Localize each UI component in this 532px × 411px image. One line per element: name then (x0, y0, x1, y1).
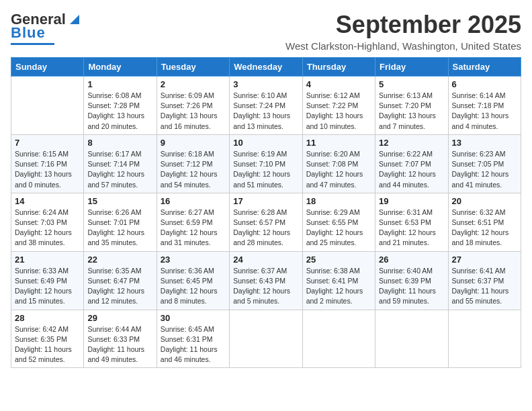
calendar-cell: 1Sunrise: 6:08 AMSunset: 7:28 PMDaylight… (84, 77, 157, 135)
calendar-cell (375, 310, 448, 368)
day-number: 10 (233, 138, 298, 148)
calendar-week-row: 14Sunrise: 6:24 AMSunset: 7:03 PMDayligh… (11, 193, 521, 251)
calendar-cell: 29Sunrise: 6:44 AMSunset: 6:33 PMDayligh… (84, 310, 157, 368)
calendar-cell: 8Sunrise: 6:17 AMSunset: 7:14 PMDaylight… (84, 134, 157, 193)
day-number: 6 (452, 79, 517, 89)
day-info: Sunrise: 6:31 AMSunset: 6:53 PMDaylight:… (379, 208, 444, 248)
calendar-week-row: 21Sunrise: 6:33 AMSunset: 6:49 PMDayligh… (11, 251, 521, 310)
day-info: Sunrise: 6:17 AMSunset: 7:14 PMDaylight:… (87, 149, 152, 190)
logo-underline (11, 43, 54, 45)
day-number: 20 (452, 196, 517, 206)
day-info: Sunrise: 6:10 AMSunset: 7:24 PMDaylight:… (233, 91, 298, 132)
calendar-week-row: 28Sunrise: 6:42 AMSunset: 6:35 PMDayligh… (11, 310, 521, 368)
day-number: 13 (452, 138, 517, 148)
day-number: 11 (306, 138, 371, 148)
day-info: Sunrise: 6:32 AMSunset: 6:51 PMDaylight:… (452, 208, 517, 248)
calendar-cell: 14Sunrise: 6:24 AMSunset: 7:03 PMDayligh… (11, 193, 84, 251)
day-info: Sunrise: 6:36 AMSunset: 6:45 PMDaylight:… (161, 266, 226, 307)
calendar-cell (11, 77, 84, 135)
weekday-header-monday: Monday (84, 58, 157, 77)
day-number: 24 (233, 255, 298, 265)
day-number: 27 (452, 255, 517, 265)
weekday-header-wednesday: Wednesday (230, 58, 302, 77)
day-info: Sunrise: 6:14 AMSunset: 7:18 PMDaylight:… (452, 91, 517, 132)
month-title: September 2025 (285, 11, 521, 39)
calendar-cell: 28Sunrise: 6:42 AMSunset: 6:35 PMDayligh… (11, 310, 84, 368)
day-info: Sunrise: 6:44 AMSunset: 6:33 PMDaylight:… (87, 324, 152, 365)
calendar-cell: 24Sunrise: 6:37 AMSunset: 6:43 PMDayligh… (230, 251, 302, 310)
calendar-cell: 21Sunrise: 6:33 AMSunset: 6:49 PMDayligh… (11, 251, 84, 310)
day-number: 22 (87, 255, 152, 265)
day-number: 16 (161, 196, 226, 206)
day-number: 19 (379, 196, 444, 206)
day-number: 2 (161, 79, 226, 89)
day-number: 12 (379, 138, 444, 148)
day-info: Sunrise: 6:23 AMSunset: 7:05 PMDaylight:… (452, 149, 517, 190)
calendar-cell: 22Sunrise: 6:35 AMSunset: 6:47 PMDayligh… (84, 251, 157, 310)
calendar-cell: 17Sunrise: 6:28 AMSunset: 6:57 PMDayligh… (230, 193, 302, 251)
calendar-cell: 12Sunrise: 6:22 AMSunset: 7:07 PMDayligh… (375, 134, 448, 193)
calendar-cell (302, 310, 375, 368)
day-info: Sunrise: 6:28 AMSunset: 6:57 PMDaylight:… (233, 208, 298, 248)
day-info: Sunrise: 6:24 AMSunset: 7:03 PMDaylight:… (15, 208, 80, 248)
day-info: Sunrise: 6:37 AMSunset: 6:43 PMDaylight:… (233, 266, 298, 307)
day-info: Sunrise: 6:22 AMSunset: 7:07 PMDaylight:… (379, 149, 444, 190)
weekday-header-saturday: Saturday (448, 58, 521, 77)
calendar-cell: 23Sunrise: 6:36 AMSunset: 6:45 PMDayligh… (157, 251, 229, 310)
day-number: 26 (379, 255, 444, 265)
day-number: 28 (15, 313, 80, 323)
calendar-cell: 10Sunrise: 6:19 AMSunset: 7:10 PMDayligh… (230, 134, 302, 193)
day-info: Sunrise: 6:19 AMSunset: 7:10 PMDaylight:… (233, 149, 298, 190)
day-number: 17 (233, 196, 298, 206)
weekday-header-friday: Friday (375, 58, 448, 77)
page-header: General Blue September 2025 West Clarkst… (11, 11, 521, 52)
calendar-cell: 16Sunrise: 6:27 AMSunset: 6:59 PMDayligh… (157, 193, 229, 251)
weekday-header-thursday: Thursday (302, 58, 375, 77)
day-info: Sunrise: 6:33 AMSunset: 6:49 PMDaylight:… (15, 266, 80, 307)
calendar-cell: 11Sunrise: 6:20 AMSunset: 7:08 PMDayligh… (302, 134, 375, 193)
day-number: 29 (87, 313, 152, 323)
calendar-cell: 13Sunrise: 6:23 AMSunset: 7:05 PMDayligh… (448, 134, 521, 193)
day-info: Sunrise: 6:26 AMSunset: 7:01 PMDaylight:… (87, 208, 152, 248)
day-number: 30 (161, 313, 226, 323)
day-number: 23 (161, 255, 226, 265)
calendar-cell (448, 310, 521, 368)
day-info: Sunrise: 6:42 AMSunset: 6:35 PMDaylight:… (15, 324, 80, 365)
title-block: September 2025 West Clarkston-Highland, … (285, 11, 521, 52)
day-number: 9 (161, 138, 226, 148)
day-info: Sunrise: 6:40 AMSunset: 6:39 PMDaylight:… (379, 266, 444, 307)
day-number: 1 (87, 79, 152, 89)
day-number: 18 (306, 196, 371, 206)
day-info: Sunrise: 6:45 AMSunset: 6:31 PMDaylight:… (161, 324, 226, 365)
calendar-table: SundayMondayTuesdayWednesdayThursdayFrid… (11, 57, 521, 368)
calendar-cell: 20Sunrise: 6:32 AMSunset: 6:51 PMDayligh… (448, 193, 521, 251)
weekday-header-sunday: Sunday (11, 58, 84, 77)
calendar-cell: 30Sunrise: 6:45 AMSunset: 6:31 PMDayligh… (157, 310, 229, 368)
calendar-cell (230, 310, 302, 368)
day-number: 25 (306, 255, 371, 265)
calendar-cell: 5Sunrise: 6:13 AMSunset: 7:20 PMDaylight… (375, 77, 448, 135)
day-info: Sunrise: 6:29 AMSunset: 6:55 PMDaylight:… (306, 208, 371, 248)
calendar-cell: 15Sunrise: 6:26 AMSunset: 7:01 PMDayligh… (84, 193, 157, 251)
day-number: 21 (15, 255, 80, 265)
day-number: 8 (87, 138, 152, 148)
calendar-cell: 26Sunrise: 6:40 AMSunset: 6:39 PMDayligh… (375, 251, 448, 310)
day-number: 15 (87, 196, 152, 206)
calendar-cell: 2Sunrise: 6:09 AMSunset: 7:26 PMDaylight… (157, 77, 229, 135)
day-info: Sunrise: 6:13 AMSunset: 7:20 PMDaylight:… (379, 91, 444, 132)
calendar-cell: 18Sunrise: 6:29 AMSunset: 6:55 PMDayligh… (302, 193, 375, 251)
calendar-week-row: 7Sunrise: 6:15 AMSunset: 7:16 PMDaylight… (11, 134, 521, 193)
weekday-header-tuesday: Tuesday (157, 58, 229, 77)
calendar-cell: 7Sunrise: 6:15 AMSunset: 7:16 PMDaylight… (11, 134, 84, 193)
logo-blue-text: Blue (11, 24, 46, 42)
calendar-cell: 4Sunrise: 6:12 AMSunset: 7:22 PMDaylight… (302, 77, 375, 135)
day-info: Sunrise: 6:15 AMSunset: 7:16 PMDaylight:… (15, 149, 80, 190)
day-info: Sunrise: 6:20 AMSunset: 7:08 PMDaylight:… (306, 149, 371, 190)
day-info: Sunrise: 6:09 AMSunset: 7:26 PMDaylight:… (161, 91, 226, 132)
logo: General Blue (11, 11, 82, 45)
calendar-cell: 6Sunrise: 6:14 AMSunset: 7:18 PMDaylight… (448, 77, 521, 135)
day-info: Sunrise: 6:38 AMSunset: 6:41 PMDaylight:… (306, 266, 371, 307)
logo-icon (67, 12, 82, 27)
day-info: Sunrise: 6:35 AMSunset: 6:47 PMDaylight:… (87, 266, 152, 307)
day-info: Sunrise: 6:12 AMSunset: 7:22 PMDaylight:… (306, 91, 371, 132)
